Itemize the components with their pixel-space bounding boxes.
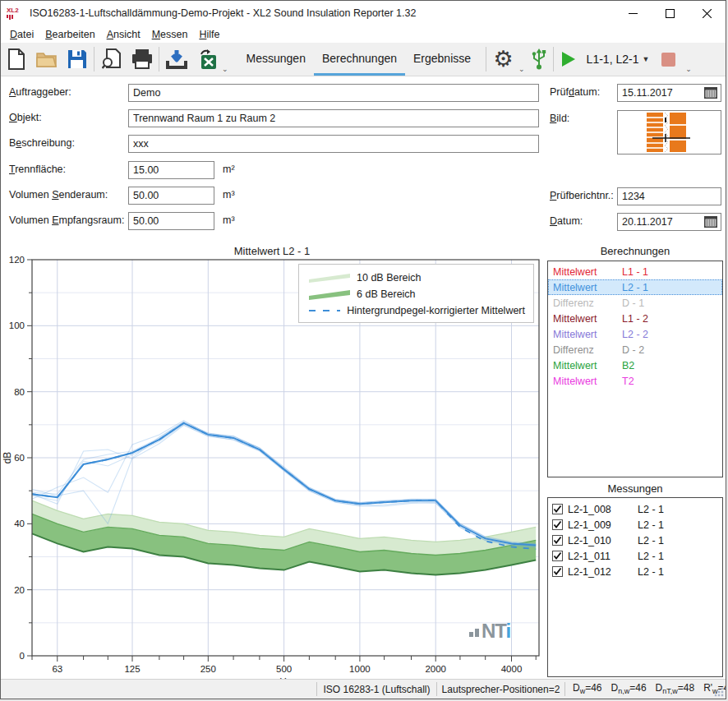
berechnung-type: Mittelwert: [553, 360, 622, 371]
berechnung-type: Mittelwert: [553, 282, 622, 293]
berechnung-item-T2[interactable]: MittelwertT2: [548, 373, 722, 389]
wall-section-image: [643, 113, 696, 152]
berechnung-name: D - 1: [622, 297, 644, 309]
datum-calendar-button[interactable]: [701, 214, 721, 230]
svg-text:40: 40: [14, 519, 25, 528]
menu-item-messen[interactable]: Messen: [146, 27, 194, 42]
menu-item-datei[interactable]: Datei: [4, 27, 39, 42]
berechnung-name: B2: [622, 360, 634, 371]
toolbar-overflow-chevron[interactable]: ⌄: [685, 65, 692, 73]
datum-field[interactable]: 20.11.2017: [617, 213, 721, 231]
open-project-button[interactable]: [31, 44, 62, 75]
toolbar: ⌄ MessungenBerechnungenErgebnisse ⚙ ⌄ L1…: [1, 43, 726, 76]
usb-connect-button[interactable]: [527, 44, 551, 75]
start-measurement-button[interactable]: [555, 44, 582, 75]
toolbar-separator: [159, 47, 159, 71]
legend-band-dark-icon: [309, 288, 350, 300]
svg-text:500: 500: [276, 664, 292, 674]
nti-logo: NTi: [469, 622, 510, 640]
run-selector-dropdown-icon[interactable]: ▼: [642, 55, 649, 63]
messung-checkbox[interactable]: [552, 519, 563, 530]
messung-checkbox[interactable]: [552, 566, 563, 577]
berechnung-item-L1-1[interactable]: MittelwertL1 - 1: [548, 264, 722, 279]
new-document-button[interactable]: [1, 44, 31, 75]
messung-item-L2-1_009[interactable]: L2-1_009L2 - 1: [548, 517, 722, 533]
pruefdatum-calendar-button[interactable]: [701, 85, 721, 101]
app-window: XL2 ISO16283-1-Luftschalldämmung-Demo-Pr…: [0, 0, 726, 699]
import-from-xl2-button[interactable]: [161, 44, 191, 75]
berechnung-item-L2-2[interactable]: MittelwertL2 - 2: [548, 326, 722, 342]
menu-item-hilfe[interactable]: Hilfe: [193, 27, 225, 42]
volumen-empfangsraum-unit: m³: [223, 214, 235, 226]
objekt-input[interactable]: [128, 109, 539, 127]
berechnung-name: L1 - 2: [622, 313, 648, 325]
messung-id: L2-1_009: [568, 519, 625, 531]
auftraggeber-input[interactable]: [128, 84, 539, 102]
trennflaeche-input[interactable]: [128, 161, 214, 179]
bild-preview[interactable]: [617, 110, 721, 154]
toolbar-overflow-chevron[interactable]: ⌄: [222, 65, 228, 73]
datum-label: Datum:: [550, 215, 583, 227]
messung-checkbox[interactable]: [552, 551, 563, 561]
messung-checkbox[interactable]: [552, 535, 563, 546]
toolbar-overflow-chevron[interactable]: ⌄: [518, 65, 525, 73]
legend-label: 6 dB Bereich: [357, 288, 416, 300]
messung-item-L2-1_008[interactable]: L2-1_008L2 - 1: [548, 501, 722, 517]
berechnung-name: L2 - 1: [622, 282, 648, 293]
stop-measurement-button[interactable]: [656, 44, 680, 75]
svg-text:80: 80: [14, 387, 25, 397]
berechnung-item-B2[interactable]: MittelwertB2: [548, 357, 722, 373]
resize-grip[interactable]: [713, 686, 725, 698]
volumen-senderaum-input[interactable]: [128, 187, 214, 205]
close-icon: [703, 9, 712, 18]
save-floppy-icon: [67, 49, 87, 69]
export-excel-button[interactable]: [191, 44, 222, 75]
new-document-icon: [7, 48, 25, 70]
print-preview-button[interactable]: [96, 44, 127, 75]
tab-ergebnisse[interactable]: Ergebnisse: [405, 43, 479, 76]
messung-group: L2 - 1: [638, 504, 664, 515]
status-metric: Dn,w=46: [611, 682, 647, 695]
nti-logo-bars-icon: [469, 629, 479, 637]
pruefdatum-field[interactable]: 15.11.2017: [617, 84, 721, 102]
messung-item-L2-1_010[interactable]: L2-1_010L2 - 1: [548, 533, 722, 548]
menu-item-ansicht[interactable]: Ansicht: [101, 27, 146, 42]
datum-value: 20.11.2017: [618, 216, 701, 228]
window-controls: [615, 1, 726, 25]
open-folder-icon: [36, 50, 58, 68]
toolbar-separator: [486, 47, 486, 71]
berechnung-item-D-1[interactable]: DifferenzD - 1: [548, 295, 722, 311]
messung-checkbox[interactable]: [552, 504, 563, 514]
close-button[interactable]: [689, 1, 726, 25]
messung-group: L2 - 1: [638, 519, 664, 531]
pruefberichtnr-input[interactable]: [617, 187, 721, 205]
menu-item-bearbeiten[interactable]: Bearbeiten: [39, 27, 100, 42]
tab-berechnungen[interactable]: Berechnungen: [314, 43, 405, 76]
beschreibung-input[interactable]: [128, 135, 539, 153]
calendar-icon: [704, 87, 717, 99]
svg-text:0: 0: [20, 651, 25, 661]
minimize-button[interactable]: [615, 1, 652, 25]
messung-item-L2-1_012[interactable]: L2-1_012L2 - 1: [548, 564, 722, 579]
svg-text:dB: dB: [2, 452, 13, 464]
app-logo-icon: XL2: [7, 5, 23, 21]
pruefberichtnr-label: Prüfberichtnr.:: [550, 190, 614, 201]
volumen-empfangsraum-input[interactable]: [128, 212, 214, 230]
berechnung-item-L1-2[interactable]: MittelwertL1 - 2: [548, 311, 722, 326]
berechnung-item-L2-1[interactable]: MittelwertL2 - 1: [548, 279, 722, 295]
berechnung-item-D-2[interactable]: DifferenzD - 2: [548, 342, 722, 357]
view-tabs: MessungenBerechnungenErgebnisse: [238, 43, 480, 76]
window-title: ISO16283-1-Luftschalldämmung-Demo-Projek…: [30, 7, 615, 19]
save-project-button[interactable]: [62, 44, 92, 75]
settings-button[interactable]: ⚙: [488, 44, 518, 75]
titlebar: XL2 ISO16283-1-Luftschalldämmung-Demo-Pr…: [1, 1, 726, 25]
legend-entry: 10 dB Bereich: [309, 270, 525, 286]
tab-messungen[interactable]: Messungen: [238, 43, 314, 76]
print-button[interactable]: [127, 44, 157, 75]
messung-item-L2-1_011[interactable]: L2-1_011L2 - 1: [548, 548, 722, 564]
messung-id: L2-1_010: [568, 535, 625, 547]
maximize-button[interactable]: [652, 1, 689, 25]
status-metric: DnT,w=48: [656, 682, 695, 695]
run-selector-label[interactable]: L1-1, L2-1: [587, 53, 639, 66]
svg-text:250: 250: [200, 664, 216, 674]
